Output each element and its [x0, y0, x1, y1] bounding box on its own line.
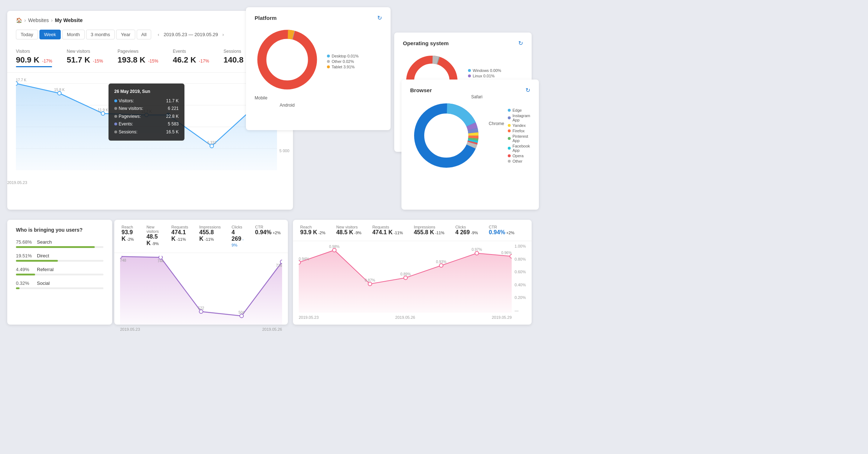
rm-requests: Requests 474.1 K-11%: [171, 225, 188, 248]
svg-point-5: [58, 91, 61, 95]
reach-chart-svg: 748 744 522 504 726: [120, 256, 282, 325]
tooltip-sessions: Sessions: 16.5 K: [114, 128, 179, 136]
btn-month[interactable]: Month: [62, 30, 85, 39]
svg-text:0.93%: 0.93%: [436, 260, 447, 264]
tooltip-events: Events: 5 583: [114, 120, 179, 128]
svg-point-19: [199, 310, 203, 313]
ctr-x-labels: 2019.05.23 2019.05.26 2019.05.29: [299, 315, 512, 320]
platform-legend: Desktop 0.01% Other 0.02% Tablet 3.91%: [327, 54, 359, 70]
rc2-requests: Requests 474.1 K-11%: [372, 225, 403, 236]
svg-text:17.7 K: 17.7 K: [16, 78, 26, 82]
platform-card: Platform ↻ Mobile Android Desktop 0.01%: [246, 7, 391, 130]
svg-point-6: [101, 112, 105, 115]
rm-ctr: CTR 0.94%+2%: [255, 225, 281, 248]
ctr-chart-wrap: 0.94% 0.98% 0.87% 0.89% 0.93% 0.97% 0.96…: [299, 244, 512, 320]
rc2-new-visitors: New visitors 48.5 K-9%: [336, 225, 362, 236]
tooltip-new-visitors: New visitors: 6 221: [114, 105, 179, 113]
breadcrumb-site: My Website: [55, 17, 83, 23]
reach-card-1: Reach 93.9 K-2% New visitors 48.5 K-9% R…: [114, 220, 288, 325]
tooltip-visitors: Visitors: 11.7 K: [114, 97, 179, 105]
platform-mobile-label: Mobile: [255, 95, 320, 100]
svg-text:748: 748: [120, 258, 126, 262]
svg-point-18: [159, 256, 162, 259]
svg-text:744: 744: [158, 259, 164, 263]
browser-refresh-icon[interactable]: ↻: [526, 87, 530, 94]
reach-metrics-1: Reach 93.9 K-2% New visitors 48.5 K-9% R…: [114, 220, 288, 253]
rm-impressions: Impressions 455.8 K-11%: [199, 225, 221, 248]
platform-card-header: Platform ↻: [255, 14, 382, 21]
date-range: ‹ 2019.05.23 — 2019.05.29 ›: [156, 30, 226, 39]
svg-text:6.332: 6.332: [207, 141, 216, 145]
svg-text:0.97%: 0.97%: [472, 248, 482, 252]
svg-point-21: [280, 260, 282, 264]
btn-year[interactable]: Year: [116, 30, 135, 39]
btn-all[interactable]: All: [137, 30, 151, 39]
browser-donut-svg: [410, 99, 482, 172]
svg-point-27: [299, 261, 301, 264]
svg-text:0.98%: 0.98%: [329, 245, 340, 249]
platform-refresh-icon[interactable]: ↻: [377, 14, 382, 21]
svg-point-4: [16, 82, 18, 85]
next-arrow[interactable]: ›: [220, 30, 226, 39]
reach-chart-2: 0.94% 0.98% 0.87% 0.89% 0.93% 0.97% 0.96…: [293, 241, 532, 321]
safari-label: Safari: [471, 94, 482, 99]
svg-point-45: [271, 44, 303, 76]
platform-donut-svg: [255, 27, 320, 92]
prev-arrow[interactable]: ‹: [156, 30, 161, 39]
tooltip-title: 26 May 2019, Sun: [114, 88, 179, 96]
traffic-direct: 19.51% Direct: [16, 253, 103, 262]
svg-text:0.87%: 0.87%: [365, 278, 375, 282]
svg-text:522: 522: [198, 306, 204, 310]
platform-layout: Mobile Android Desktop 0.01% Other 0.02%…: [255, 27, 382, 93]
browser-donut-wrap: Chrome Safari: [410, 99, 482, 173]
traffic-search: 75.68% Search: [16, 239, 103, 248]
svg-text:0.96%: 0.96%: [501, 251, 512, 255]
rm-clicks: Clicks 4 269-9%: [231, 225, 244, 248]
tooltip-pageviews: Pageviews: 22.8 K: [114, 113, 179, 121]
svg-point-28: [332, 248, 336, 252]
home-icon: 🏠: [16, 17, 22, 23]
platform-donut-wrap: Mobile Android: [255, 27, 320, 93]
platform-title: Platform: [255, 15, 277, 21]
metric-visitors: Visitors 90.9 K -17%: [16, 49, 52, 67]
rc2-reach: Reach 93.9 K-2%: [300, 225, 326, 236]
os-refresh-icon[interactable]: ↻: [518, 40, 523, 47]
y-label-5k: 5 000: [279, 149, 289, 153]
rc2-impressions: Impressions 455.8 K-11%: [414, 225, 444, 236]
rc2-ctr: CTR 0.94%+2%: [489, 225, 514, 236]
ctr-y-labels: 1.00% 0.80% 0.60% 0.40% 0.20% —: [512, 244, 526, 313]
browser-legend: Edge Instagram App Yandex Firefox Pinter…: [508, 108, 530, 164]
reach-chart-1: 748 744 522 504 726 2019.05.23 2019.05.2…: [114, 253, 288, 333]
reach-card-2: Reach 93.9 K-2% New visitors 48.5 K-9% R…: [293, 220, 532, 325]
traffic-referral: 4.49% Referral: [16, 267, 103, 275]
svg-text:15.8 K: 15.8 K: [54, 88, 65, 92]
svg-point-62: [426, 115, 467, 156]
svg-text:726: 726: [276, 264, 282, 267]
svg-point-30: [404, 276, 407, 280]
users-card-title: Who is bringing you users?: [16, 227, 103, 233]
metric-events: Events 46.2 K -17%: [173, 49, 209, 67]
svg-text:11.9 K: 11.9 K: [98, 108, 108, 112]
users-card: Who is bringing you users? 75.68% Search…: [7, 220, 112, 325]
svg-point-33: [510, 254, 512, 258]
metric-new-visitors: New visitors 51.7 K -15%: [67, 49, 103, 67]
btn-today[interactable]: Today: [16, 30, 38, 39]
date-range-label: 2019.05.23 — 2019.05.29: [163, 32, 218, 37]
btn-3months[interactable]: 3 months: [86, 30, 115, 39]
platform-android-label: Android: [255, 103, 320, 108]
breadcrumb-sep2: ›: [51, 17, 53, 23]
rm-new-visitors: New visitors 48.5 K-9%: [146, 225, 161, 248]
os-card-header: Operating system ↻: [403, 40, 523, 47]
btn-week[interactable]: Week: [39, 30, 61, 39]
svg-text:0.94%: 0.94%: [299, 257, 309, 261]
reach-metrics-2: Reach 93.9 K-2% New visitors 48.5 K-9% R…: [293, 220, 532, 241]
browser-card-header: Browser ↻: [410, 87, 530, 94]
svg-point-31: [439, 264, 443, 267]
svg-point-32: [475, 252, 478, 255]
rc2-clicks: Clicks 4 269-9%: [455, 225, 478, 236]
chrome-label: Chrome: [489, 121, 504, 126]
x-label-start: 2019.05.23: [7, 180, 27, 185]
breadcrumb-websites[interactable]: Websites: [28, 17, 49, 23]
os-title: Operating system: [403, 40, 449, 46]
breadcrumb-sep1: ›: [24, 17, 26, 23]
